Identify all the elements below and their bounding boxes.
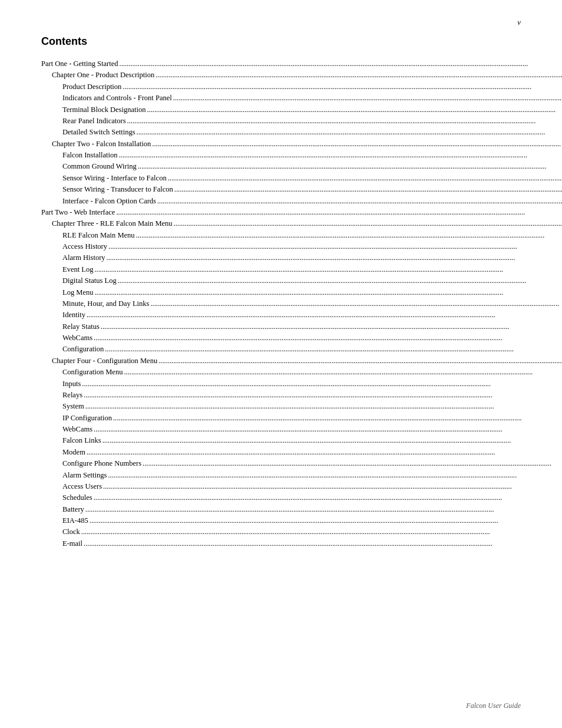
toc-dots [120,58,562,70]
toc-entry: Minute, Hour, and Day Links22 [41,298,562,309]
toc-entry-label: WebCams [62,424,92,435]
toc-dots [94,492,562,503]
toc-entry-label: Access Users [62,481,102,492]
toc-entry: Relay Status22 [41,321,562,332]
toc-dots [143,458,562,469]
toc-dots [116,207,562,218]
toc-dots [90,515,562,526]
toc-dots [152,139,562,150]
toc-entry: WebCams23 [41,332,562,344]
toc-dots [85,401,562,412]
toc-entry-label: E-mail [62,538,82,549]
toc-dots [103,435,562,446]
toc-dots [136,230,562,241]
toc-entry: Falcon Links30 [41,435,562,446]
toc-entry: Chapter Four - Configuration Menu24 [41,355,562,367]
toc-entry-label: Alarm History [62,252,105,263]
toc-dots [118,275,562,286]
toc-entry: Modem30 [41,447,562,458]
toc-dots [150,298,562,309]
toc-entry: Configuration Menu24 [41,367,562,378]
toc-entry-label: Configuration Menu [62,367,123,378]
toc-entry-label: Identity [62,309,85,321]
toc-entry-label: Inputs [62,378,81,390]
toc-dots [147,104,562,116]
toc-entry-label: Part Two - Web Interface [41,207,115,218]
page-number-top: v [517,18,521,27]
toc-entry-label: Common Ground Wiring [62,161,137,172]
toc-dots [174,218,562,229]
toc-entry-label: Falcon Installation [62,150,117,161]
toc-entry-label: Falcon Links [62,435,101,446]
toc-dots [87,309,562,321]
toc-entry: Battery33 [41,504,562,515]
toc-dots [118,150,562,161]
toc-entry: Event Log21 [41,264,562,275]
toc-entry: Alarm Settings32 [41,470,562,481]
toc-entry: Log Menu21 [41,287,562,298]
toc-entry: Inputs24 [41,378,562,390]
toc-entry: Product Description9 [41,81,562,93]
toc-entry: E-mail35 [41,538,562,549]
toc-entry-label: RLE Falcon Main Menu [62,230,135,241]
toc-entry-label: Battery [62,504,84,515]
toc-dots [84,538,562,549]
toc-entry: Configure Phone Numbers31 [41,458,562,469]
toc-entry-label: Configuration [62,344,104,355]
toc-dots [101,321,562,332]
toc-entry: Part One - Getting Started8 [41,58,562,70]
toc-dots [84,390,562,401]
toc-entry-label: Relay Status [62,321,100,332]
toc-dots [94,332,562,344]
toc-columns: Part One - Getting Started8Chapter One -… [41,58,521,584]
toc-entry-label: Clock [62,526,80,538]
toc-dots [156,70,562,81]
toc-dots [85,504,562,515]
toc-entry: Common Ground Wiring14 [41,161,562,172]
toc-entry: System27 [41,401,562,412]
toc-entry-label: Log Menu [62,287,93,298]
toc-entry-label: Schedules [62,492,92,503]
toc-entry: Access History20 [41,241,562,252]
toc-entry-label: WebCams [62,332,92,344]
toc-entry-label: Chapter Four - Configuration Menu [52,355,157,367]
toc-entry: Identity22 [41,309,562,321]
toc-dots [82,378,562,390]
toc-dots [103,481,562,492]
toc-dots [138,161,562,172]
toc-entry: Sensor Wiring - Transducer to Falcon16 [41,184,562,195]
toc-entry-label: Event Log [62,264,93,275]
toc-entry: IP Configuration29 [41,413,562,424]
toc-entry: RLE Falcon Main Menu19 [41,230,562,241]
toc-entry: Part Two - Web Interface18 [41,207,562,218]
toc-entry-label: Part One - Getting Started [41,58,118,70]
toc-entry-label: Sensor Wiring - Transducer to Falcon [62,184,173,195]
toc-entry: Configuration23 [41,344,562,355]
toc-dots [108,470,562,481]
toc-entry-label: Indicators and Controls - Front Panel [62,93,172,104]
toc-entry: Indicators and Controls - Front Panel10 [41,93,562,104]
toc-entry-label: Chapter Three - RLE Falcon Main Menu [52,218,173,229]
toc-entry-label: Alarm Settings [62,470,107,481]
toc-entry-label: System [62,401,84,412]
page-footer: Falcon User Guide [466,701,521,710]
toc-dots [81,526,562,538]
toc-entry: Terminal Block Designation11 [41,104,562,116]
toc-dots [94,287,562,298]
toc-entry-label: Digital Status Log [62,275,117,286]
toc-dots [94,424,562,435]
toc-entry-label: Product Description [62,81,121,93]
toc-entry-label: Chapter Two - Falcon Installation [52,139,151,150]
toc-entry: WebCams29 [41,424,562,435]
toc-dots [94,264,562,275]
toc-dots [137,127,562,138]
toc-entry-label: Access History [62,241,107,252]
toc-left-column: Part One - Getting Started8Chapter One -… [41,58,562,549]
toc-entry-label: Rear Panel Indicators [62,116,126,127]
toc-dots [113,413,562,424]
toc-entry: Chapter Three - RLE Falcon Main Menu19 [41,218,562,229]
toc-entry-label: Interface - Falcon Option Cards [62,196,156,207]
toc-dots [174,184,562,195]
toc-dots [168,173,562,184]
toc-entry-label: Minute, Hour, and Day Links [62,298,149,309]
